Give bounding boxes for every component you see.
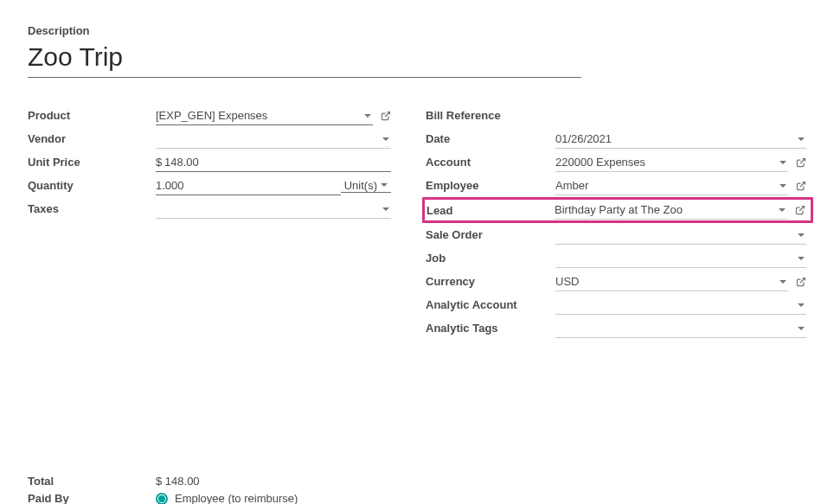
left-column: Product Vendor Unit Price $ Qua [28, 104, 391, 340]
product-label: Product [28, 109, 156, 122]
taxes-input[interactable] [156, 200, 391, 219]
external-link-icon[interactable] [796, 277, 806, 287]
bill-reference-label: Bill Reference [426, 109, 555, 122]
account-label: Account [426, 156, 555, 169]
vendor-label: Vendor [28, 132, 156, 145]
right-column: Bill Reference Date Account Employee [426, 104, 806, 340]
chevron-down-icon [381, 183, 388, 187]
paid-by-employee-radio[interactable]: Employee (to reimburse) [156, 492, 298, 504]
lead-input[interactable] [555, 201, 787, 220]
analytic-tags-input[interactable] [555, 319, 806, 338]
description-input[interactable] [28, 41, 581, 78]
analytic-tags-label: Analytic Tags [426, 322, 555, 335]
uom-label: Unit(s) [344, 179, 377, 192]
quantity-input[interactable] [156, 176, 341, 195]
svg-line-1 [800, 158, 805, 163]
employee-input[interactable] [555, 176, 788, 195]
radio-on-icon [156, 493, 168, 505]
paid-by-employee-label: Employee (to reimburse) [175, 492, 298, 504]
external-link-icon[interactable] [795, 205, 805, 215]
sale-order-label: Sale Order [426, 228, 555, 241]
quantity-label: Quantity [28, 179, 156, 192]
paid-by-label: Paid By [28, 492, 156, 504]
currency-input[interactable] [555, 272, 788, 291]
analytic-account-label: Analytic Account [426, 298, 555, 311]
description-label: Description [28, 24, 793, 37]
date-input[interactable] [555, 130, 806, 149]
total-label: Total [28, 475, 156, 488]
date-label: Date [426, 132, 555, 145]
job-label: Job [426, 252, 555, 265]
account-input[interactable] [555, 153, 788, 172]
product-input[interactable] [156, 106, 373, 125]
total-value: $ 148.00 [156, 475, 200, 488]
svg-line-0 [385, 112, 390, 117]
sale-order-input[interactable] [555, 226, 806, 245]
uom-select[interactable]: Unit(s) [341, 179, 391, 193]
external-link-icon[interactable] [381, 111, 391, 121]
lead-row-highlighted: Lead [422, 197, 813, 223]
vendor-input[interactable] [156, 130, 391, 149]
taxes-label: Taxes [28, 202, 156, 215]
job-input[interactable] [555, 249, 806, 268]
employee-label: Employee [426, 179, 555, 192]
bill-reference-input[interactable] [555, 106, 806, 125]
unit-price-input[interactable] [156, 153, 391, 172]
unit-price-label: Unit Price [28, 156, 156, 169]
lead-label: Lead [427, 204, 555, 217]
svg-line-4 [800, 278, 805, 283]
svg-line-2 [800, 182, 805, 187]
currency-label: Currency [426, 275, 555, 288]
external-link-icon[interactable] [796, 181, 806, 191]
svg-line-3 [799, 207, 805, 212]
external-link-icon[interactable] [796, 157, 806, 168]
analytic-account-input[interactable] [555, 296, 806, 315]
